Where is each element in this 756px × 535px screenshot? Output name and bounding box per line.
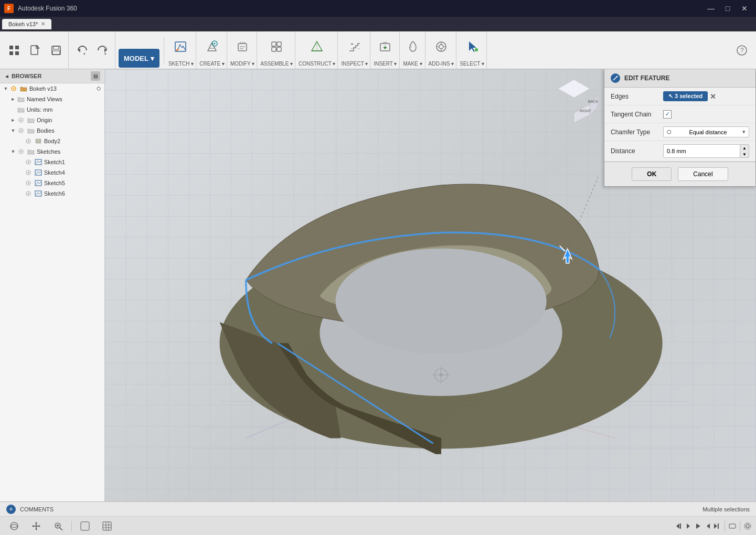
tree-item-sketch5[interactable]: Sketch5 [0,178,104,188]
insert-tool-button[interactable] [375,38,395,56]
inspect-tool-button[interactable]: ←→ [345,38,365,56]
insert-icon [378,39,392,54]
sketch4-visibility-icon[interactable] [24,168,33,177]
close-button[interactable]: ✕ [737,3,752,14]
tangent-chain-checkbox[interactable] [663,110,672,119]
assemble-label[interactable]: ASSEMBLE ▾ [260,61,293,68]
tree-item-sketch1[interactable]: Sketch1 [0,157,104,167]
make-label[interactable]: MAKE ▾ [403,61,422,68]
origin-expand-icon[interactable]: ► [9,117,17,123]
settings-icon[interactable] [743,522,752,530]
cancel-button[interactable]: Cancel [678,167,728,181]
edges-clear-button[interactable]: ✕ [710,92,716,101]
sketch5-visibility-icon[interactable] [24,179,33,187]
save-button[interactable] [46,41,66,59]
grid-display-button[interactable] [97,520,117,532]
svg-line-84 [60,528,62,530]
modify-tool-button[interactable] [232,38,252,56]
timeline-next-icon[interactable] [704,522,712,530]
svg-rect-100 [718,523,719,529]
construct-tool-button[interactable] [307,38,327,56]
bokeh-expand-arrow-icon[interactable]: ▼ [2,86,9,91]
pan-button[interactable] [26,520,46,532]
undo-button[interactable]: ▾ [72,41,92,59]
bodies-expand-icon[interactable]: ▼ [9,128,17,133]
tab-bokeh[interactable]: Bokeh v13* ✕ [2,19,51,29]
edges-selected-badge[interactable]: ↖ 3 selected [663,91,708,101]
body2-visibility-icon[interactable] [24,137,33,145]
redo-button[interactable]: ▾ [93,41,113,59]
sketch6-visibility-icon[interactable] [24,189,33,198]
tab-close-icon[interactable]: ✕ [41,21,45,27]
tree-item-sketch4[interactable]: Sketch4 [0,167,104,178]
create-tool-button[interactable] [202,38,222,56]
tree-item-origin[interactable]: ► Origin [0,115,104,125]
tree-item-named-views[interactable]: ► Named Views [0,94,104,104]
distance-decrement-button[interactable]: ▼ [740,151,749,157]
select-tool-button[interactable] [462,38,482,56]
bokeh-visibility-icon[interactable] [9,84,18,93]
create-label[interactable]: CREATE ▾ [199,61,225,68]
timeline-end-icon[interactable] [713,522,721,530]
origin-visibility-icon[interactable] [17,116,25,124]
tree-item-bodies[interactable]: ▼ Bodies [0,125,104,136]
sketch-tool-button[interactable] [171,38,191,56]
tree-item-sketches[interactable]: ▼ Sketches [0,146,104,157]
sidebar-controls: ⊟ [91,71,100,81]
sketch1-visibility-icon[interactable] [24,158,33,166]
named-views-expand-icon[interactable]: ► [9,97,17,102]
minimize-button[interactable]: — [704,3,718,14]
help-button[interactable]: ? [732,41,752,59]
timeline-prev-icon[interactable] [685,522,693,530]
construct-label[interactable]: CONSTRUCT ▾ [299,61,335,68]
tree-item-sketch6[interactable]: Sketch6 [0,188,104,199]
navigation-cube[interactable]: RIGHT BACK [550,76,598,124]
history-item-icon[interactable] [728,522,737,530]
viewport[interactable]: RIGHT BACK EDIT FEATURE Edges [105,69,756,501]
orbit-button[interactable] [4,520,24,532]
tree-item-units[interactable]: Units: mm [0,104,104,115]
status-tools-right [675,521,752,531]
maximize-button[interactable]: □ [720,3,735,14]
make-tool-button[interactable] [403,38,423,56]
chamfer-type-row: Chamfer Type ⬡ Equal distance ▾ [604,123,755,141]
bokeh-settings-icon[interactable] [95,85,102,92]
tab-label: Bokeh v13* [8,21,38,27]
addins-tool-button[interactable] [431,38,451,56]
modify-label[interactable]: MODIFY ▾ [230,61,254,68]
tree-item-bokeh[interactable]: ▼ Bokeh v13 [0,83,104,94]
bodies-visibility-icon[interactable] [17,126,25,135]
file-button[interactable] [25,41,45,59]
insert-label[interactable]: INSERT ▾ [374,61,397,68]
inspect-label[interactable]: INSPECT ▾ [341,61,368,68]
timeline-start-icon[interactable] [675,522,684,530]
bottom-bar-right: Multiple selections [702,506,750,512]
add-comment-button[interactable]: + [6,505,16,514]
tree-item-body2[interactable]: Body2 [0,136,104,146]
distance-increment-button[interactable]: ▲ [740,145,749,151]
svg-marker-99 [714,523,717,529]
ok-button[interactable]: OK [632,167,672,181]
collapse-arrow-icon[interactable]: ◄ [4,73,9,79]
edit-panel-footer: OK Cancel [604,162,755,186]
svg-point-27 [439,45,443,49]
sketches-expand-icon[interactable]: ▼ [9,149,17,154]
sketches-visibility-icon[interactable] [17,147,25,156]
sketch-label[interactable]: SKETCH ▾ [168,61,194,68]
zoom-button[interactable] [48,520,68,532]
select-label[interactable]: SELECT ▾ [460,61,484,68]
display-mode-button[interactable] [75,520,95,532]
model-button[interactable]: MODEL ▾ [119,49,159,68]
toolbar-construct-section: CONSTRUCT ▾ [296,31,338,69]
distance-stepper: ▲ ▼ [740,145,749,157]
grid-menu-button[interactable] [4,41,24,59]
timeline-play-icon[interactable] [694,522,702,530]
addins-label[interactable]: ADD-INS ▾ [429,61,454,68]
chamfer-type-dropdown[interactable]: ⬡ Equal distance ▾ [663,126,749,137]
svg-rect-3 [15,51,19,55]
statusbar-divider [71,521,72,531]
help-icons: ? [732,33,752,68]
sidebar-settings-button[interactable]: ⊟ [91,71,100,81]
assemble-tool-button[interactable] [267,38,286,56]
distance-input-field[interactable] [664,146,740,156]
